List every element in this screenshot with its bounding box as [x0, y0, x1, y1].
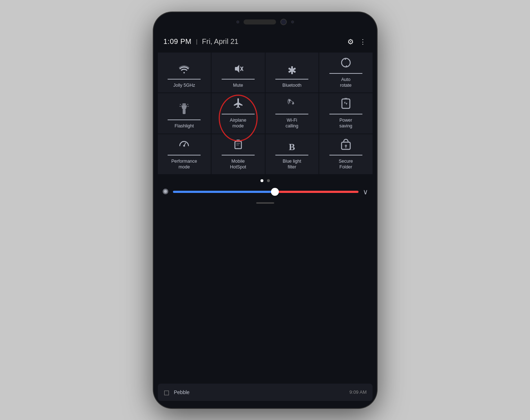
handle-bar — [158, 202, 373, 204]
wifi-separator — [168, 79, 201, 80]
status-time: 1:09 PM — [164, 37, 192, 46]
brightness-thumb[interactable] — [271, 188, 279, 196]
bluetooth-label: Bluetooth — [282, 82, 302, 88]
svg-point-11 — [183, 145, 185, 146]
svg-line-7 — [187, 106, 189, 107]
notif-app-icon: ◻ — [164, 388, 170, 397]
performance-label: Performancemode — [171, 158, 197, 170]
svg-rect-3 — [183, 109, 186, 114]
bluelight-icon: B — [289, 143, 295, 152]
tile-securefolder[interactable]: SecureFolder — [319, 134, 373, 175]
brightness-expand-icon[interactable]: ∨ — [363, 188, 368, 196]
mute-label: Mute — [233, 82, 243, 88]
powersaving-separator — [329, 114, 362, 114]
status-divider: | — [194, 39, 199, 45]
airplane-label: Airplanemode — [230, 117, 246, 129]
status-right-icons: ⚙ ⋮ — [347, 37, 367, 46]
notif-time: 9:09 AM — [349, 389, 367, 395]
phone-screen: 1:09 PM | Fri, April 21 ⚙ ⋮ — [153, 12, 377, 408]
tile-bluetooth[interactable]: ✱ Bluetooth — [266, 53, 319, 93]
status-date: Fri, April 21 — [202, 37, 239, 46]
wificalling-label: Wi-Ficalling — [286, 117, 298, 129]
settings-icon[interactable]: ⚙ — [347, 37, 354, 46]
wifi-icon — [178, 64, 190, 76]
sensor — [236, 21, 239, 23]
sensor2 — [291, 21, 294, 23]
performance-separator — [168, 155, 201, 155]
tile-mute[interactable]: Mute — [211, 53, 265, 93]
phone-device: 1:09 PM | Fri, April 21 ⚙ ⋮ — [153, 12, 377, 408]
airplane-separator — [222, 114, 255, 114]
tile-airplane[interactable]: Airplanemode — [211, 93, 265, 134]
tile-wifi[interactable]: Jolly 5GHz — [158, 53, 211, 93]
svg-rect-9 — [344, 98, 347, 99]
autorotate-separator — [329, 73, 362, 74]
flashlight-label: Flashlight — [175, 123, 194, 129]
bluetooth-separator — [275, 79, 308, 80]
mute-icon — [233, 63, 244, 76]
pagination-dots — [158, 179, 373, 182]
notification-pebble[interactable]: ◻ Pebble 9:09 AM — [158, 384, 373, 401]
securefolder-icon — [341, 139, 351, 152]
tile-wificalling[interactable]: Wi-Ficalling — [266, 93, 319, 134]
status-left: 1:09 PM | Fri, April 21 — [164, 37, 239, 46]
tile-autorotate[interactable]: Autorotate — [319, 53, 373, 93]
wificalling-icon — [286, 98, 298, 111]
more-menu-icon[interactable]: ⋮ — [360, 38, 367, 46]
tile-powersaving[interactable]: Powersaving — [319, 93, 373, 134]
handle-bar-inner — [256, 202, 274, 204]
brightness-icon: ✺ — [162, 187, 169, 197]
front-camera — [280, 19, 287, 25]
flashlight-separator — [168, 119, 201, 120]
dot-2[interactable] — [267, 179, 270, 182]
status-bar: 1:09 PM | Fri, April 21 ⚙ ⋮ — [153, 34, 377, 50]
powersaving-label: Powersaving — [339, 117, 352, 129]
securefolder-label: SecureFolder — [339, 158, 353, 170]
tile-performance[interactable]: Performancemode — [158, 134, 211, 175]
tile-bluelight[interactable]: B Blue lightfilter — [266, 134, 319, 175]
quick-settings-grid: Jolly 5GHz Mute ✱ — [158, 53, 373, 175]
wifi-label: Jolly 5GHz — [173, 82, 195, 88]
svg-line-6 — [179, 106, 181, 107]
performance-icon — [178, 139, 190, 152]
quick-settings-panel: Jolly 5GHz Mute ✱ — [153, 50, 377, 408]
powersaving-icon — [341, 98, 351, 111]
securefolder-separator — [329, 155, 362, 155]
bluetooth-icon: ✱ — [288, 65, 297, 76]
svg-rect-2 — [182, 103, 186, 105]
autorotate-label: Autorotate — [340, 77, 352, 89]
brightness-track[interactable] — [173, 191, 358, 193]
bluelight-separator — [275, 155, 308, 155]
flashlight-icon — [179, 103, 189, 117]
tile-hotspot[interactable]: MobileHotSpot — [211, 134, 265, 175]
notif-app-name: Pebble — [174, 389, 190, 395]
hotspot-separator — [222, 155, 255, 155]
autorotate-icon — [340, 57, 352, 70]
airplane-icon — [232, 98, 244, 111]
dot-1[interactable] — [260, 179, 263, 182]
tile-flashlight[interactable]: Flashlight — [158, 93, 211, 134]
top-hardware — [236, 19, 294, 25]
speaker-grille — [244, 19, 276, 24]
brightness-row: ✺ ∨ — [158, 187, 373, 197]
mute-separator — [222, 79, 255, 80]
svg-rect-8 — [342, 99, 350, 108]
hotspot-label: MobileHotSpot — [230, 158, 246, 170]
hotspot-icon — [233, 139, 243, 152]
bluelight-label: Blue lightfilter — [283, 158, 301, 170]
wificalling-separator — [275, 114, 308, 114]
